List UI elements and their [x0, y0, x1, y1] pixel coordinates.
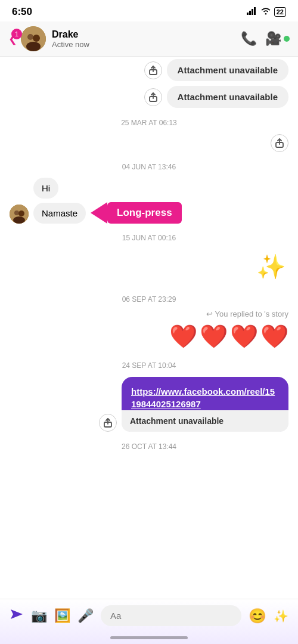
contact-status: Active now — [52, 40, 241, 49]
single-share-row — [0, 132, 298, 154]
send-icon[interactable] — [10, 607, 24, 625]
home-indicator — [0, 636, 298, 639]
battery-icon: 22 — [274, 7, 286, 17]
svg-rect-3 — [254, 7, 256, 15]
timestamp-3: 15 JUN AT 00:16 — [0, 234, 298, 242]
heart-2: ❤️ — [200, 323, 228, 349]
status-time: 6:50 — [12, 6, 32, 18]
link-url[interactable]: https://www.facebook.com/reel/1519844025… — [131, 385, 279, 410]
namaste-with-annotation: Namaste Long-press — [33, 202, 182, 224]
share-icon-1[interactable] — [144, 61, 162, 79]
sender-avatar — [10, 205, 29, 224]
story-reply-label: ↩ You replied to 's story — [0, 308, 298, 320]
back-badge: 1 — [11, 29, 22, 39]
svg-point-13 — [14, 210, 19, 215]
svg-point-4 — [265, 13, 266, 15]
bubble-namaste[interactable]: Namaste — [33, 203, 86, 224]
messages-area: Attachment unavailable Attachment unavai… — [0, 57, 298, 515]
mic-icon[interactable]: 🎤 — [77, 608, 94, 624]
active-indicator — [284, 36, 290, 42]
timestamp-1: 25 MAR AT 06:13 — [0, 119, 298, 127]
bubble-hi[interactable]: Hi — [33, 178, 58, 199]
attachment-row-1: Attachment unavailable — [0, 57, 298, 83]
attachment-bubble-1: Attachment unavailable — [167, 59, 288, 81]
attachment-bubble-2: Attachment unavailable — [167, 86, 288, 108]
timestamp-2: 04 JUN AT 13:46 — [0, 163, 298, 171]
back-button[interactable]: ❮ 1 — [8, 32, 17, 45]
home-bar — [110, 636, 188, 639]
share-icon-4[interactable] — [99, 414, 117, 432]
sparkle-icon[interactable]: ✨ — [274, 609, 288, 623]
message-hi-row: Hi — [0, 176, 298, 200]
timestamp-6: 26 OCT AT 13:44 — [0, 442, 298, 451]
chat-header: ❮ 1 Drake Active now 📞 🎥 — [0, 21, 298, 57]
share-icon-3[interactable] — [271, 134, 288, 152]
user-avatar[interactable] — [21, 26, 46, 51]
svg-point-7 — [33, 35, 40, 42]
heart-3: ❤️ — [230, 323, 258, 349]
camera-icon[interactable]: 📷 — [31, 608, 47, 624]
svg-point-6 — [27, 34, 33, 40]
header-actions: 📞 🎥 — [241, 31, 290, 47]
image-icon[interactable]: 🖼️ — [54, 608, 70, 624]
attachment-row-2: Attachment unavailable — [0, 83, 298, 110]
svg-point-15 — [13, 216, 25, 224]
svg-rect-0 — [247, 13, 249, 15]
svg-rect-2 — [252, 9, 253, 15]
svg-rect-1 — [249, 11, 251, 15]
header-info: Drake Active now — [52, 29, 241, 49]
heart-1: ❤️ — [169, 323, 197, 349]
heart-4: ❤️ — [260, 323, 288, 349]
video-icon[interactable]: 🎥 — [265, 31, 290, 47]
sparkles-icon: ✨ — [256, 253, 286, 281]
arrow-triangle — [91, 202, 107, 224]
avatar-image — [21, 26, 46, 51]
svg-point-8 — [26, 42, 41, 51]
message-namaste-row: Namaste Long-press — [0, 200, 298, 225]
share-icon-2[interactable] — [144, 88, 162, 106]
emoji-icon[interactable]: 😊 — [249, 608, 266, 624]
contact-name: Drake — [52, 29, 241, 40]
longpress-annotation: Long-press — [91, 202, 182, 224]
status-bar: 6:50 22 — [0, 0, 298, 21]
hearts-row: ❤️ ❤️ ❤️ ❤️ — [0, 320, 298, 353]
wifi-icon — [260, 7, 271, 17]
status-icons: 22 — [247, 7, 286, 17]
link-bubble[interactable]: https://www.facebook.com/reel/1519844025… — [122, 377, 288, 432]
phone-icon[interactable]: 📞 — [241, 31, 257, 47]
sparkles-row: ✨ — [0, 247, 298, 287]
svg-point-14 — [18, 210, 24, 216]
timestamp-5: 24 SEP AT 10:04 — [0, 361, 298, 370]
timestamp-4: 06 SEP AT 23:29 — [0, 295, 298, 304]
link-bubble-row: https://www.facebook.com/reel/1519844025… — [0, 374, 298, 434]
message-input[interactable] — [101, 605, 241, 626]
signal-icon — [247, 7, 257, 17]
longpress-label: Long-press — [107, 202, 182, 224]
link-attachment-unavailable: Attachment unavailable — [122, 410, 288, 432]
